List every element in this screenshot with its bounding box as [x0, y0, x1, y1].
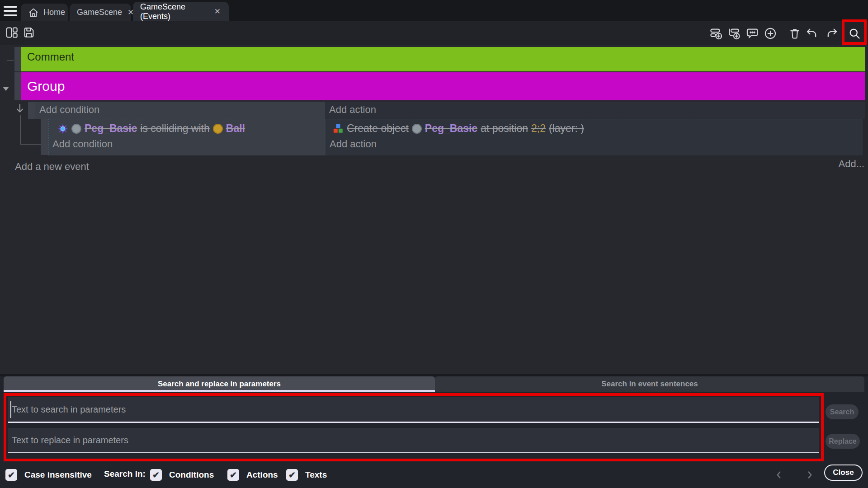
conditions-option[interactable]: ✔ Conditions	[150, 469, 214, 481]
tree-line	[20, 115, 41, 145]
condition-text: is colliding with	[140, 122, 209, 135]
tab-label: Search in event sentences	[601, 380, 698, 389]
action-text: at position	[481, 122, 528, 135]
collision-icon	[57, 123, 68, 134]
peg-basic-object-icon	[412, 124, 422, 134]
save-icon[interactable]	[23, 26, 35, 39]
action-text: Create object	[347, 122, 409, 135]
top-tab-bar: Home GameScene ✕ GameScene (Events) ✕	[0, 0, 868, 21]
selected-subevent[interactable]: Peg_Basic is colliding with Ball Add con…	[48, 119, 862, 155]
action-object-name: Peg_Basic	[425, 122, 477, 135]
search-button[interactable]: Search	[826, 404, 859, 419]
events-sheet: Comment Group Add condition Add action	[0, 45, 868, 374]
delete-icon[interactable]	[788, 27, 801, 40]
comment-event[interactable]: Comment	[21, 47, 865, 71]
add-condition-label: Add condition	[39, 104, 99, 115]
event-drag-handle[interactable]	[28, 102, 35, 119]
highlight-box-search-icon	[842, 19, 867, 45]
active-tab-indicator	[4, 390, 435, 392]
comment-text: Comment	[27, 51, 74, 63]
events-toolbar: Preview Publish	[0, 21, 868, 45]
add-more-link[interactable]: Add...	[839, 158, 864, 170]
add-new-event-label: Add a new event	[15, 161, 89, 172]
add-more-label: Add...	[839, 158, 864, 169]
highlight-box-search-fields	[4, 393, 824, 461]
actions-option[interactable]: ✔ Actions	[227, 469, 278, 481]
search-button-label: Search	[830, 408, 854, 416]
tab-gamescene-events-label: GameScene (Events)	[140, 2, 209, 21]
group-title: Group	[27, 79, 65, 94]
tab-gamescene-events[interactable]: GameScene (Events) ✕	[133, 2, 229, 21]
add-action-label: Add action	[330, 138, 377, 150]
event-drag-handle[interactable]	[14, 72, 21, 100]
gdevelop-window: Home GameScene ✕ GameScene (Events) ✕	[0, 0, 868, 488]
event-drag-handle[interactable]	[41, 119, 48, 155]
search-in-label: Search in:	[104, 469, 146, 479]
group-event[interactable]: Group	[21, 72, 865, 100]
tab-search-event-sentences[interactable]: Search in event sentences	[435, 376, 864, 392]
tab-search-replace-parameters[interactable]: Search and replace in parameters	[4, 376, 435, 392]
create-object-icon	[333, 123, 344, 134]
add-event-icon[interactable]	[710, 27, 722, 40]
add-new-event-link[interactable]: Add a new event	[15, 161, 89, 173]
close-icon[interactable]: ✕	[213, 7, 222, 16]
peg-basic-object-icon	[71, 124, 81, 134]
condition-sentence[interactable]: Peg_Basic is colliding with Ball	[57, 122, 245, 135]
actions-column[interactable]: Create object Peg_Basic at position 2;2 …	[326, 119, 863, 155]
conditions-column[interactable]: Peg_Basic is colliding with Ball Add con…	[48, 119, 326, 155]
tab-home-label: Home	[43, 8, 65, 17]
tab-gamescene-label: GameScene	[77, 8, 122, 17]
collapse-group-icon[interactable]	[3, 87, 9, 91]
close-button[interactable]: Close	[824, 465, 863, 481]
add-action-link[interactable]: Add action	[325, 102, 865, 119]
action-sentence[interactable]: Create object Peg_Basic at position 2;2 …	[333, 122, 584, 135]
condition-object-name: Peg_Basic	[85, 122, 137, 135]
tab-label: Search and replace in parameters	[158, 380, 281, 389]
toggle-panel-icon[interactable]	[5, 26, 18, 39]
checkbox-checked[interactable]: ✔	[227, 469, 239, 481]
add-condition-link[interactable]: Add condition	[52, 138, 113, 150]
add-action-label: Add action	[329, 104, 376, 115]
main-menu-icon[interactable]	[4, 5, 17, 17]
action-text: (layer: )	[549, 122, 584, 135]
checkbox-checked[interactable]: ✔	[150, 469, 162, 481]
tab-gamescene[interactable]: GameScene ✕	[70, 4, 131, 21]
search-in-label-wrap: Search in:	[104, 469, 146, 479]
case-insensitive-label: Case insensitive	[24, 470, 92, 480]
add-action-link[interactable]: Add action	[330, 138, 377, 150]
checkbox-checked[interactable]: ✔	[5, 469, 17, 481]
fold-event-icon[interactable]	[14, 103, 25, 115]
event-drag-handle[interactable]	[14, 47, 21, 71]
texts-label: Texts	[305, 470, 327, 480]
ball-object-icon	[213, 124, 223, 134]
previous-result-icon[interactable]	[774, 470, 784, 480]
tree-line	[7, 60, 14, 162]
case-insensitive-option[interactable]: ✔ Case insensitive	[5, 469, 92, 481]
add-comment-icon[interactable]	[746, 27, 759, 40]
tab-home[interactable]: Home	[21, 4, 68, 21]
checkbox-checked[interactable]: ✔	[286, 469, 298, 481]
add-circle-icon[interactable]	[764, 27, 777, 40]
add-condition-label: Add condition	[52, 138, 113, 150]
undo-icon[interactable]	[806, 27, 818, 40]
replace-button-label: Replace	[829, 437, 856, 446]
condition-object-name: Ball	[226, 122, 245, 135]
add-subevent-icon[interactable]	[728, 27, 741, 40]
replace-button[interactable]: Replace	[826, 434, 860, 449]
redo-icon[interactable]	[826, 27, 838, 40]
texts-option[interactable]: ✔ Texts	[286, 469, 327, 481]
close-button-label: Close	[833, 468, 854, 477]
actions-label: Actions	[246, 470, 278, 480]
conditions-label: Conditions	[169, 470, 214, 480]
position-parameter: 2;2	[531, 122, 546, 135]
home-icon	[28, 7, 39, 18]
add-condition-link[interactable]: Add condition	[35, 102, 325, 119]
tree-line	[7, 155, 14, 162]
next-result-icon[interactable]	[805, 470, 815, 480]
